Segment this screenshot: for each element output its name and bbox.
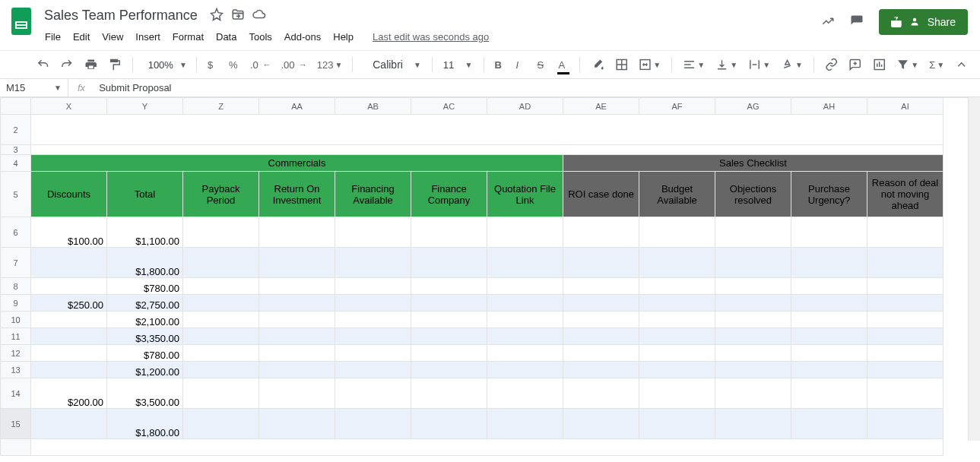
text-wrap-button[interactable]: ▼ <box>745 55 773 74</box>
col-header[interactable]: AB <box>335 98 411 115</box>
subheader[interactable]: Quotation File Link <box>487 172 563 217</box>
col-header[interactable]: AE <box>563 98 639 115</box>
menu-view[interactable]: View <box>97 28 128 46</box>
row-header[interactable]: 7 <box>1 248 31 278</box>
cloud-status-icon[interactable] <box>252 8 266 24</box>
vertical-scrollbar[interactable] <box>968 97 980 441</box>
cell[interactable] <box>31 312 107 328</box>
explore-icon[interactable] <box>821 14 835 30</box>
subheader[interactable]: ROI case done <box>563 172 639 217</box>
cell[interactable]: $780.00 <box>107 278 183 295</box>
col-header[interactable]: AA <box>259 98 335 115</box>
menu-help[interactable]: Help <box>328 28 359 46</box>
comments-icon[interactable] <box>850 14 864 30</box>
cell[interactable] <box>31 362 107 378</box>
fill-color-button[interactable] <box>588 55 607 74</box>
star-icon[interactable] <box>210 8 224 24</box>
row-header[interactable]: 10 <box>1 312 31 328</box>
functions-button[interactable]: Σ▼ <box>926 56 947 74</box>
cell[interactable] <box>31 345 107 362</box>
section-commercials[interactable]: Commercials <box>31 155 563 172</box>
menu-file[interactable]: File <box>40 28 66 46</box>
subheader[interactable]: Objections resolved <box>715 172 791 217</box>
decrease-decimal-button[interactable]: .0 ← <box>247 56 273 74</box>
row-header[interactable]: 9 <box>1 295 31 312</box>
subheader[interactable]: Return On Investment <box>259 172 335 217</box>
menu-format[interactable]: Format <box>167 28 209 46</box>
row-header[interactable]: 13 <box>1 362 31 378</box>
subheader[interactable]: Finance Company <box>411 172 487 217</box>
col-header[interactable]: AI <box>867 98 944 115</box>
cell[interactable]: $1,100.00 <box>107 217 183 248</box>
insert-chart-button[interactable] <box>870 55 889 74</box>
subheader[interactable]: Purchase Urgency? <box>791 172 867 217</box>
sheets-logo[interactable] <box>6 6 36 36</box>
paint-format-button[interactable] <box>105 55 124 74</box>
cell[interactable]: $3,350.00 <box>107 328 183 345</box>
subheader[interactable]: Total <box>107 172 183 217</box>
collapse-toolbar-icon[interactable] <box>952 55 971 74</box>
col-header[interactable]: Y <box>107 98 183 115</box>
col-header[interactable]: Z <box>183 98 259 115</box>
italic-button[interactable]: I <box>512 56 529 74</box>
share-button[interactable]: Share <box>879 9 968 35</box>
spreadsheet-grid[interactable]: X Y Z AA AB AC AD AE AF AG AH AI 2 3 4 C… <box>0 97 944 456</box>
insert-comment-button[interactable] <box>845 55 864 74</box>
insert-link-button[interactable] <box>822 55 841 74</box>
cell[interactable]: $1,800.00 <box>107 409 183 439</box>
print-button[interactable] <box>81 55 100 74</box>
col-header[interactable]: AD <box>487 98 563 115</box>
subheader[interactable]: Discounts <box>31 172 107 217</box>
subheader[interactable]: Budget Available <box>639 172 715 217</box>
section-checklist[interactable]: Sales Checklist <box>563 155 944 172</box>
col-header[interactable]: AG <box>715 98 791 115</box>
row-header[interactable]: 15 <box>1 409 31 439</box>
cell[interactable]: $2,100.00 <box>107 312 183 328</box>
menu-edit[interactable]: Edit <box>68 28 95 46</box>
cell[interactable]: $250.00 <box>31 295 107 312</box>
zoom-select[interactable]: 100%▼ <box>141 56 189 74</box>
redo-button[interactable] <box>57 55 76 74</box>
name-box[interactable]: M15▼ <box>0 79 68 97</box>
v-align-button[interactable]: ▼ <box>712 55 741 74</box>
cell[interactable]: $200.00 <box>31 378 107 409</box>
cell[interactable]: $1,200.00 <box>107 362 183 378</box>
cell[interactable] <box>31 328 107 345</box>
formula-input[interactable]: Submit Proposal <box>94 82 980 93</box>
row-header[interactable] <box>1 439 31 456</box>
last-edit-link[interactable]: Last edit was seconds ago <box>373 31 489 43</box>
cell[interactable] <box>31 248 107 278</box>
text-rotation-button[interactable]: ▼ <box>778 55 806 74</box>
row-header[interactable]: 6 <box>1 217 31 248</box>
row-header[interactable]: 12 <box>1 345 31 362</box>
undo-button[interactable] <box>33 55 52 74</box>
row-header[interactable]: 8 <box>1 278 31 295</box>
menu-data[interactable]: Data <box>211 28 242 46</box>
row-header[interactable]: 3 <box>1 145 31 155</box>
cell[interactable] <box>31 409 107 439</box>
strikethrough-button[interactable]: S <box>534 56 550 74</box>
borders-button[interactable] <box>612 55 631 74</box>
font-select[interactable]: Calibri▼ <box>360 55 424 74</box>
cell[interactable]: $2,750.00 <box>107 295 183 312</box>
col-header[interactable]: X <box>31 98 107 115</box>
menu-addons[interactable]: Add-ons <box>279 28 326 46</box>
col-header[interactable]: AF <box>639 98 715 115</box>
cell[interactable]: $100.00 <box>31 217 107 248</box>
row-header[interactable]: 2 <box>1 115 31 145</box>
increase-decimal-button[interactable]: .00 → <box>278 56 309 74</box>
more-formats-button[interactable]: 123▼ <box>314 56 345 74</box>
menu-insert[interactable]: Insert <box>130 28 166 46</box>
text-color-button[interactable]: A <box>555 56 572 74</box>
font-size-select[interactable]: 11▼ <box>440 56 476 74</box>
menu-tools[interactable]: Tools <box>243 28 277 46</box>
subheader[interactable]: Financing Available <box>335 172 411 217</box>
bold-button[interactable]: B <box>491 56 508 74</box>
subheader[interactable]: Payback Period <box>183 172 259 217</box>
merge-cells-button[interactable]: ▼ <box>636 55 664 74</box>
col-header[interactable]: AC <box>411 98 487 115</box>
row-header[interactable]: 5 <box>1 172 31 217</box>
cell[interactable]: $3,500.00 <box>107 378 183 409</box>
currency-button[interactable]: $ <box>205 56 221 74</box>
document-title[interactable]: Sales Team Performance <box>40 6 202 25</box>
